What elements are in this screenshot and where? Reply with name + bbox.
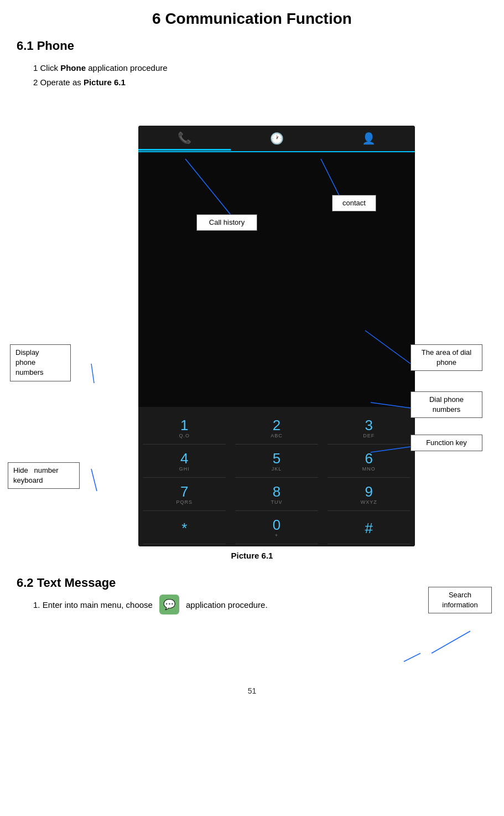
tab-contacts[interactable]: 👤 (323, 127, 415, 149)
picture-caption: Picture 6.1 (0, 551, 504, 560)
dialpad-key-0[interactable]: 0+ (235, 512, 318, 544)
dialpad-key-6[interactable]: 6MNO (328, 446, 411, 478)
hide-number-keyboard-annotation: Hide numberkeyboard (8, 462, 80, 489)
dialpad-key-9[interactable]: 9WXYZ (328, 479, 411, 511)
dialpad-row-3: 7PQRS 8TUV 9WXYZ (138, 479, 415, 511)
dialpad-key-2[interactable]: 2ABC (235, 412, 318, 445)
search-information-annotation: Search information (428, 587, 492, 613)
page-title: 6 Communication Function (0, 0, 504, 33)
display-phone-numbers-annotation: Displayphonenumbers (10, 344, 71, 381)
dialpad-key-star[interactable]: * (143, 512, 226, 544)
instructions: 1 Click Phone application procedure 2 Op… (0, 58, 504, 92)
area-dial-phone-annotation: The area of dial phone (411, 344, 482, 371)
function-key-annotation: Function key (411, 435, 482, 451)
message-app-icon: 💬 (159, 595, 179, 614)
tab-phone[interactable]: 📞 (138, 127, 231, 151)
step1-prefix: 1. Enter into main menu, choose (33, 597, 153, 612)
phone-body (138, 152, 415, 407)
tab-history[interactable]: 🕐 (231, 127, 323, 149)
section-61-title: 6.1 Phone (0, 33, 504, 58)
dialpad-key-1[interactable]: 1Q.O (143, 412, 226, 445)
dialpad-row-4: * 0+ # (138, 512, 415, 544)
dialpad-key-3[interactable]: 3DEF (328, 412, 411, 445)
phone-screenshot: 📞 🕐 👤 1Q.O 2ABC 3DEF 4GHI 5JKL 6MNO (138, 126, 415, 546)
dial-phone-numbers-annotation: Dial phone numbers (411, 391, 482, 418)
dialpad-key-8[interactable]: 8TUV (235, 479, 318, 511)
page-number: 51 (0, 686, 504, 706)
phone-display (138, 368, 415, 401)
contact-annotation: contact (332, 195, 376, 211)
svg-line-7 (432, 631, 470, 653)
dialpad-key-7[interactable]: 7PQRS (143, 479, 226, 511)
dialpad-key-hash[interactable]: # (328, 512, 411, 544)
phone-tabs: 📞 🕐 👤 (138, 126, 415, 152)
svg-line-8 (404, 653, 420, 662)
dialpad-key-4[interactable]: 4GHI (143, 446, 226, 478)
call-history-annotation: Call history (196, 214, 257, 231)
step1-suffix: application procedure. (186, 597, 268, 612)
instruction-line2: 2 Operate as Picture 6.1 (33, 75, 471, 90)
svg-line-6 (91, 469, 97, 491)
dialpad-row-2: 4GHI 5JKL 6MNO (138, 446, 415, 478)
svg-line-2 (91, 364, 94, 383)
diagram-area: 📞 🕐 👤 1Q.O 2ABC 3DEF 4GHI 5JKL 6MNO (0, 92, 504, 546)
instruction-line1: 1 Click Phone application procedure (33, 61, 471, 75)
dialpad: 1Q.O 2ABC 3DEF 4GHI 5JKL 6MNO 7PQRS 8TUV… (138, 407, 415, 546)
dialpad-row-1: 1Q.O 2ABC 3DEF (138, 412, 415, 445)
dialpad-key-5[interactable]: 5JKL (235, 446, 318, 478)
